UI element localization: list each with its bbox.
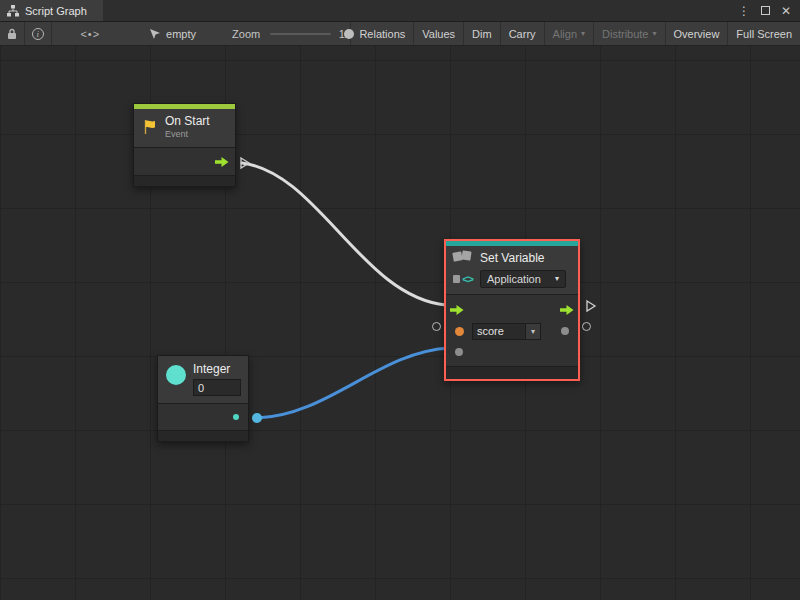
button-relations[interactable]: Relations bbox=[350, 22, 413, 45]
node-set-variable[interactable]: Set Variable <> Application ▾ scor bbox=[444, 239, 580, 381]
selection-info: empty bbox=[149, 28, 196, 40]
lock-icon[interactable] bbox=[0, 22, 24, 45]
node-title: On Start bbox=[165, 114, 210, 128]
button-full-screen[interactable]: Full Screen bbox=[727, 22, 800, 45]
variable-scope-dropdown[interactable]: Application ▾ bbox=[480, 270, 566, 288]
node-subtitle: Event bbox=[165, 129, 210, 139]
integer-value: 0 bbox=[198, 382, 204, 394]
zoom-label: Zoom bbox=[232, 28, 260, 40]
button-carry[interactable]: Carry bbox=[500, 22, 544, 45]
output-connector-circle[interactable] bbox=[582, 322, 591, 331]
variable-name-dropdown-button[interactable]: ▾ bbox=[526, 323, 541, 340]
window-title: Script Graph bbox=[25, 5, 87, 17]
graph-icon bbox=[7, 5, 19, 17]
integer-type-icon bbox=[166, 365, 186, 385]
maximize-icon[interactable] bbox=[761, 6, 770, 15]
trigger-out-connector[interactable] bbox=[585, 299, 597, 315]
variable-name-port[interactable] bbox=[455, 327, 464, 336]
node-footer bbox=[134, 175, 235, 186]
button-dim[interactable]: Dim bbox=[463, 22, 500, 45]
node-footer bbox=[158, 430, 248, 441]
node-integer[interactable]: Integer 0 bbox=[157, 355, 249, 442]
cursor-icon bbox=[149, 28, 161, 40]
integer-output-port[interactable] bbox=[233, 414, 239, 420]
variable-name-value: score bbox=[477, 325, 504, 337]
chevron-down-icon: ▾ bbox=[555, 275, 559, 283]
chevron-down-icon: ▾ bbox=[531, 327, 535, 336]
control-output-port[interactable] bbox=[215, 157, 229, 167]
variable-code-icon: <> bbox=[453, 273, 473, 285]
graph-canvas[interactable] bbox=[0, 46, 800, 600]
button-distribute[interactable]: Distribute▾ bbox=[593, 22, 664, 45]
button-align[interactable]: Align▾ bbox=[544, 22, 593, 45]
integer-out-connector[interactable] bbox=[252, 413, 262, 423]
chevron-down-icon: ▾ bbox=[653, 30, 657, 38]
control-output-port[interactable] bbox=[560, 305, 574, 315]
value-input-port[interactable] bbox=[455, 348, 463, 356]
info-icon[interactable]: i bbox=[25, 22, 51, 45]
tab-script-graph[interactable]: Script Graph bbox=[0, 0, 103, 21]
variable-name-field[interactable]: score bbox=[472, 323, 526, 340]
graph-toolbar: i <•> empty Zoom 1x Relations Values Dim… bbox=[0, 22, 800, 46]
menu-dots-icon[interactable]: ⋮ bbox=[738, 5, 750, 17]
variables-icon bbox=[453, 251, 473, 265]
node-footer bbox=[446, 366, 578, 379]
node-title: Integer bbox=[193, 362, 241, 376]
zoom-slider-handle[interactable] bbox=[344, 29, 354, 39]
control-input-port[interactable] bbox=[450, 305, 464, 315]
value-output-port[interactable] bbox=[561, 327, 569, 335]
zoom-slider[interactable] bbox=[270, 33, 331, 35]
node-on-start[interactable]: On Start Event bbox=[133, 103, 236, 187]
scope-value: Application bbox=[487, 273, 541, 285]
close-icon[interactable]: ✕ bbox=[781, 5, 791, 17]
input-connector-circle[interactable] bbox=[432, 322, 441, 331]
window-titlebar: Script Graph ⋮ ✕ bbox=[0, 0, 800, 22]
chevron-down-icon: ▾ bbox=[581, 30, 585, 38]
flag-icon bbox=[142, 119, 158, 135]
integer-value-field[interactable]: 0 bbox=[193, 379, 241, 396]
button-values[interactable]: Values bbox=[413, 22, 463, 45]
empty-label: empty bbox=[166, 28, 196, 40]
trigger-out-connector[interactable] bbox=[239, 156, 251, 172]
toolbar-separator bbox=[51, 22, 52, 45]
code-view-icon[interactable]: <•> bbox=[73, 22, 107, 45]
node-title: Set Variable bbox=[480, 251, 544, 265]
button-overview[interactable]: Overview bbox=[665, 22, 728, 45]
toolbar-buttons: Relations Values Dim Carry Align▾ Distri… bbox=[350, 22, 800, 45]
